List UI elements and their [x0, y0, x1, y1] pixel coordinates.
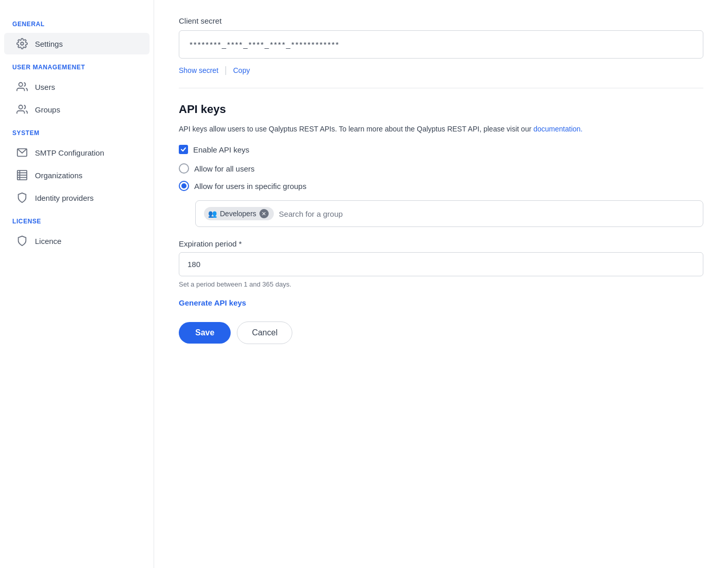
- secret-actions: Show secret | Copy: [179, 65, 703, 75]
- groups-icon: [16, 104, 28, 115]
- action-buttons: Save Cancel: [179, 321, 703, 344]
- sidebar-section-user-management: USER MANAGEMENET: [0, 55, 154, 75]
- sidebar-item-settings-label: Settings: [35, 40, 63, 48]
- enable-api-keys-checkbox[interactable]: [179, 145, 188, 154]
- radio-group: Allow for all users Allow for users in s…: [179, 163, 703, 191]
- secret-divider: |: [225, 65, 227, 75]
- licence-icon: [16, 235, 28, 247]
- shield-icon: [16, 192, 28, 203]
- sidebar-item-groups[interactable]: Groups: [4, 99, 150, 120]
- group-tag-label: Developers: [220, 210, 256, 218]
- sidebar-item-organizations-label: Organizations: [35, 171, 83, 180]
- svg-point-0: [21, 42, 24, 45]
- smtp-icon: [16, 147, 28, 158]
- group-tag-developers: 👥 Developers ✕: [204, 207, 274, 220]
- allow-specific-groups-label: Allow for users in specific groups: [194, 182, 306, 191]
- expiration-period-label: Expiration period *: [179, 239, 703, 248]
- users-icon: [16, 81, 28, 92]
- generate-api-keys-button[interactable]: Generate API keys: [179, 298, 246, 307]
- allow-specific-groups-radio[interactable]: [179, 181, 189, 191]
- section-divider: [179, 88, 703, 88]
- enable-api-keys-row: Enable API keys: [179, 145, 703, 154]
- group-tag-remove-button[interactable]: ✕: [259, 209, 269, 218]
- cancel-button[interactable]: Cancel: [237, 321, 292, 344]
- copy-button[interactable]: Copy: [233, 66, 250, 74]
- allow-all-users-label: Allow for all users: [194, 164, 255, 173]
- allow-all-users-radio[interactable]: [179, 163, 189, 174]
- documentation-link[interactable]: documentation.: [533, 125, 583, 133]
- sidebar-item-users[interactable]: Users: [4, 76, 150, 98]
- expiration-hint: Set a period between 1 and 365 days.: [179, 280, 703, 288]
- sidebar-item-smtp-label: SMTP Configuration: [35, 148, 104, 157]
- gear-icon: [16, 38, 28, 49]
- sidebar-item-users-label: Users: [35, 83, 55, 91]
- sidebar-item-licence-label: Licence: [35, 237, 62, 245]
- sidebar-item-groups-label: Groups: [35, 105, 60, 114]
- main-content: Client secret ********_****_****_****_**…: [154, 0, 728, 568]
- svg-point-1: [19, 83, 23, 86]
- api-keys-description: API keys allow users to use Qalyptus RES…: [179, 123, 703, 135]
- sidebar: GENERAL Settings USER MANAGEMENET Users …: [0, 0, 154, 568]
- save-button[interactable]: Save: [179, 322, 231, 344]
- sidebar-item-smtp[interactable]: SMTP Configuration: [4, 142, 150, 163]
- allow-specific-groups-row: Allow for users in specific groups: [179, 181, 703, 191]
- group-tag-icon: 👥: [208, 210, 217, 218]
- sidebar-section-general: GENERAL: [0, 12, 154, 32]
- sidebar-section-license: LICENSE: [0, 210, 154, 229]
- svg-point-2: [19, 105, 23, 109]
- organizations-icon: [16, 169, 28, 181]
- sidebar-item-settings[interactable]: Settings: [4, 33, 150, 54]
- group-search-placeholder[interactable]: Search for a group: [279, 210, 695, 218]
- allow-all-users-row: Allow for all users: [179, 163, 703, 174]
- client-secret-box: ********_****_****_****_************: [179, 30, 703, 59]
- sidebar-item-organizations[interactable]: Organizations: [4, 164, 150, 186]
- sidebar-item-identity-providers[interactable]: Identity providers: [4, 187, 150, 209]
- radio-inner-dot: [181, 183, 186, 188]
- enable-api-keys-label: Enable API keys: [193, 145, 249, 154]
- sidebar-item-identity-providers-label: Identity providers: [35, 194, 94, 202]
- client-secret-label: Client secret: [179, 16, 703, 25]
- show-secret-button[interactable]: Show secret: [179, 66, 218, 74]
- sidebar-section-system: SYSTEM: [0, 121, 154, 141]
- expiration-period-input[interactable]: [179, 252, 703, 276]
- api-keys-title: API keys: [179, 103, 703, 116]
- group-search-box[interactable]: 👥 Developers ✕ Search for a group: [195, 200, 703, 227]
- sidebar-item-licence[interactable]: Licence: [4, 230, 150, 252]
